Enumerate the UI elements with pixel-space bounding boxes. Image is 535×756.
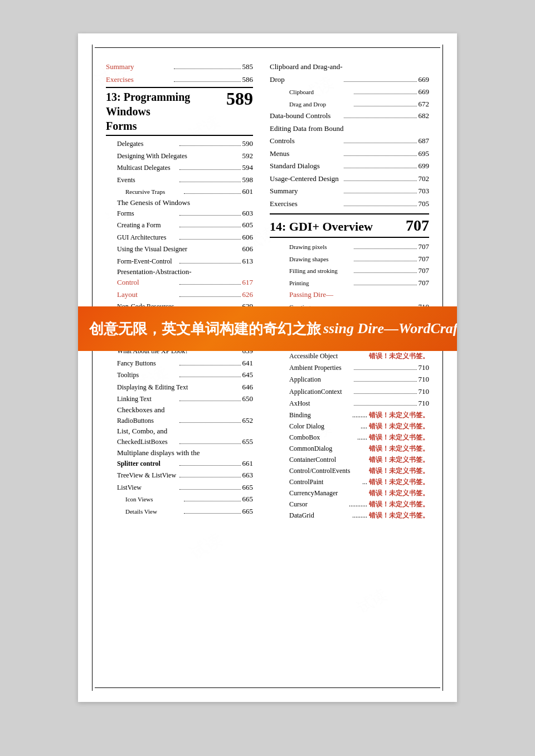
icon-views-page: 665 bbox=[242, 494, 254, 505]
radiobuttons-entry: RadioButtons 652 bbox=[117, 415, 253, 426]
top-border-line bbox=[95, 47, 440, 48]
summary2-entry: Summary 703 bbox=[270, 186, 429, 197]
fancy-buttons-title: Fancy Buttons bbox=[117, 358, 178, 368]
control-entry: Control 617 bbox=[117, 277, 253, 288]
menus-title: Menus bbox=[270, 148, 342, 159]
checkedlistboxes-entry: CheckedListBoxes 655 bbox=[117, 436, 253, 447]
ambient-props-page: 710 bbox=[419, 362, 430, 373]
checkedlistboxes-title: CheckedListBoxes bbox=[117, 437, 178, 447]
creating-form-title: Creating a Form bbox=[117, 220, 178, 230]
tooltips-entry: Tooltips 645 bbox=[117, 369, 253, 381]
binding-title: Binding bbox=[289, 410, 351, 420]
controls-title: Controls bbox=[270, 135, 342, 147]
application-title: Application bbox=[289, 374, 352, 384]
linking-text-page: 650 bbox=[242, 393, 254, 404]
recursive-traps-page: 601 bbox=[242, 186, 254, 197]
radiobuttons-page: 652 bbox=[242, 415, 254, 426]
usage-centered-page: 702 bbox=[419, 173, 430, 184]
fancy-buttons-dots bbox=[179, 365, 240, 365]
menus-entry: Menus 695 bbox=[270, 148, 429, 159]
multicast-dots bbox=[179, 169, 240, 170]
currencymanager-entry: CurrencyManager 错误！未定义书签。 bbox=[289, 488, 429, 498]
containercontrol-entry: ContainerControl 错误！未定义书签。 bbox=[289, 455, 429, 465]
gui-arch-dots bbox=[179, 239, 240, 240]
checkedlistboxes-page: 655 bbox=[242, 436, 254, 447]
ad-chinese-text: 创意无限，英文单词构建的奇幻之旅 bbox=[89, 319, 321, 339]
treeview-title: TreeView & ListView bbox=[117, 470, 178, 480]
control-page: 617 bbox=[242, 277, 254, 288]
printing-title: Printing bbox=[289, 279, 352, 288]
checkboxes-text: Checkboxes and bbox=[117, 406, 165, 414]
treeview-page: 663 bbox=[242, 470, 254, 481]
multicast-title: Multicast Delegates bbox=[117, 163, 178, 173]
application-entry: Application 710 bbox=[289, 374, 429, 385]
forms-page: 603 bbox=[242, 208, 254, 219]
page: 试读 试读 试读 试读 试读 试读 试读 试读 试读 创意无限，英文单词构建的奇… bbox=[78, 33, 457, 702]
standard-dialogs-page: 699 bbox=[419, 160, 430, 172]
listview-page: 665 bbox=[242, 482, 254, 493]
events-title: Events bbox=[117, 175, 178, 185]
listview-entry: ListView 665 bbox=[117, 482, 253, 493]
standard-dialogs-dots bbox=[344, 168, 416, 168]
icon-views-dots bbox=[184, 501, 241, 501]
clipboard-page: 669 bbox=[419, 86, 430, 97]
exercises2-title: Exercises bbox=[270, 198, 342, 209]
fancy-buttons-entry: Fancy Buttons 641 bbox=[117, 358, 253, 369]
delegates-title: Delegates bbox=[117, 139, 178, 149]
clipboard-dragdrop-line1: Clipboard and Drag-and- bbox=[270, 61, 429, 72]
visual-designer-entry: Using the Visual Designer 606 bbox=[117, 243, 253, 255]
ch13-title-block: 13: Programming Windows Forms bbox=[106, 90, 226, 133]
exercises2-entry: Exercises 705 bbox=[270, 198, 429, 209]
left-border-line bbox=[92, 45, 93, 691]
events-entry: Events 598 bbox=[117, 174, 253, 186]
radiobuttons-title: RadioButtons bbox=[117, 416, 178, 426]
exercises-dots bbox=[174, 81, 240, 82]
genesis-title: The Genesis of Windows bbox=[117, 198, 190, 207]
control-dots bbox=[179, 284, 240, 285]
designing-delegates-title: Designing With Delegates bbox=[117, 151, 242, 161]
passing-dire-entry: Passing Dire— bbox=[289, 289, 429, 300]
usage-centered-entry: Usage-Centered Design 702 bbox=[270, 173, 429, 184]
editing-text-title: Displaying & Editing Text bbox=[117, 382, 242, 392]
appcontext-page: 710 bbox=[419, 386, 430, 397]
drop-dots bbox=[344, 81, 416, 82]
usage-centered-dots bbox=[344, 181, 416, 181]
toc-columns: Summary 585 Exercises 586 13: Programmin… bbox=[106, 61, 429, 521]
printing-dots bbox=[354, 285, 417, 285]
filling-stroking-dots bbox=[354, 272, 417, 273]
standard-dialogs-entry: Standard Dialogs 699 bbox=[270, 160, 429, 172]
drawing-shapes-page: 707 bbox=[419, 253, 430, 265]
axhost-entry: AxHost 710 bbox=[289, 398, 429, 409]
list-text: List, Combo, and bbox=[117, 427, 167, 435]
creating-form-entry: Creating a Form 605 bbox=[117, 220, 253, 231]
axhost-title: AxHost bbox=[289, 398, 352, 408]
drag-drop-entry: Drag and Drop 672 bbox=[289, 99, 429, 110]
layout-entry: Layout 626 bbox=[117, 289, 253, 300]
commondialog-error: 错误！未定义书签。 bbox=[369, 443, 429, 453]
databound-page: 682 bbox=[419, 110, 430, 121]
details-view-title: Details View bbox=[125, 507, 182, 516]
passing-dire-title: Passing Dire— bbox=[289, 289, 429, 300]
drop-entry: Drop 669 bbox=[270, 74, 429, 85]
recursive-traps-title: Recursive Traps bbox=[125, 187, 182, 197]
combobox-title: ComboBox bbox=[289, 432, 356, 442]
color-dialog-title: Color Dialog bbox=[289, 421, 359, 431]
clipboard-entry: Clipboard 669 bbox=[289, 86, 429, 97]
treeview-dots bbox=[179, 477, 240, 477]
forms-title: Forms bbox=[117, 208, 178, 218]
datagrid-error: ......... 错误！未定义书签。 bbox=[352, 510, 429, 520]
form-event-dots bbox=[179, 263, 240, 264]
ch14-page: 707 bbox=[406, 217, 429, 235]
filling-stroking-page: 707 bbox=[419, 265, 430, 276]
databound-dots bbox=[344, 118, 416, 118]
right-border-line bbox=[442, 45, 443, 691]
ch13-page-num: 589 bbox=[226, 90, 253, 108]
recursive-traps-dots bbox=[184, 193, 241, 194]
layout-page: 626 bbox=[242, 289, 254, 300]
delegates-page: 590 bbox=[242, 138, 254, 149]
controls-entry: Controls 687 bbox=[270, 135, 429, 147]
drawing-shapes-title: Drawing shapes bbox=[289, 255, 352, 264]
layout-dots bbox=[179, 296, 240, 297]
filling-stroking-entry: Filling and stroking 707 bbox=[289, 265, 429, 276]
linking-text-title: Linking Text bbox=[117, 394, 178, 404]
